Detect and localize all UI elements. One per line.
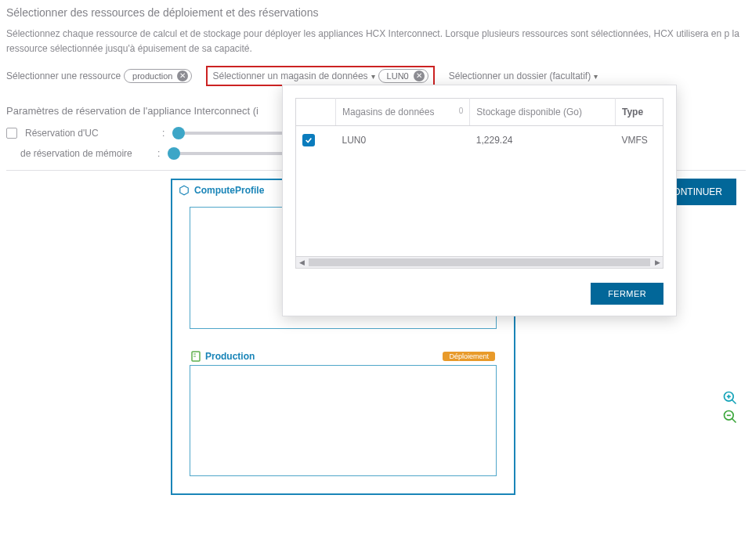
cpu-label: Réservation d'UC	[25, 128, 154, 139]
datastore-chip-label: LUN0	[387, 71, 409, 81]
folder-label: Sélectionner un dossier (facultatif)	[449, 70, 591, 81]
sort-order: 0	[459, 107, 464, 115]
resource-label: Sélectionner une ressource	[6, 70, 121, 81]
zoom-controls	[722, 390, 738, 425]
svg-line-9	[732, 419, 736, 423]
svg-marker-0	[180, 186, 189, 196]
col-name[interactable]: Magasins de données0	[336, 99, 470, 126]
col-checkbox	[296, 99, 336, 126]
scroll-thumb[interactable]	[309, 258, 650, 266]
datastore-chip[interactable]: LUN0 ✕	[378, 69, 428, 83]
resource-selector[interactable]: Sélectionner une ressource production ✕	[6, 69, 192, 83]
compute-profile-label: ComputeProfile	[194, 185, 264, 196]
selector-row: Sélectionner une ressource production ✕ …	[6, 66, 746, 86]
datastore-selector[interactable]: Sélectionner un magasin de données ▾ LUN…	[206, 66, 434, 86]
datastore-table: Magasins de données0 Stockage disponible…	[295, 98, 663, 257]
chevron-down-icon: ▾	[371, 72, 375, 81]
cell-storage: 1,229.24	[470, 126, 616, 155]
row-checkbox[interactable]	[302, 134, 315, 146]
close-button[interactable]: FERMER	[591, 283, 663, 305]
memory-slider[interactable]	[168, 152, 285, 155]
cpu-icon	[6, 128, 17, 139]
resource-chip[interactable]: production ✕	[124, 69, 192, 83]
hexagon-icon	[179, 185, 190, 196]
col-type[interactable]: Type	[615, 99, 663, 126]
close-icon[interactable]: ✕	[414, 70, 425, 81]
datastore-label: Sélectionner un magasin de données	[212, 70, 367, 81]
cell-name: LUN0	[336, 126, 470, 155]
horizontal-scrollbar[interactable]: ◀ ▶	[295, 257, 663, 269]
col-storage[interactable]: Stockage disponible (Go)	[470, 99, 616, 126]
datastore-popover: Magasins de données0 Stockage disponible…	[282, 85, 677, 316]
table-row[interactable]: LUN0 1,229.24 VMFS	[296, 126, 663, 155]
page-description: Sélectionnez chaque ressource de calcul …	[6, 27, 746, 56]
production-label: Production	[205, 351, 255, 362]
svg-line-5	[732, 400, 736, 404]
cpu-slider[interactable]	[172, 132, 290, 135]
deployment-badge: Déploiement	[443, 352, 495, 361]
zoom-out-icon[interactable]	[722, 409, 738, 425]
cell-type: VMFS	[615, 126, 663, 155]
server-icon	[191, 351, 201, 362]
memory-label: de réservation de mémoire	[20, 148, 150, 159]
scroll-right-icon[interactable]: ▶	[652, 258, 663, 266]
resource-chip-label: production	[132, 71, 172, 81]
production-box	[190, 365, 497, 476]
page-title: Sélectionner des ressources de déploieme…	[6, 6, 746, 19]
chevron-down-icon: ▾	[594, 72, 598, 81]
scroll-left-icon[interactable]: ◀	[296, 258, 307, 266]
close-icon[interactable]: ✕	[177, 70, 188, 81]
zoom-in-icon[interactable]	[722, 390, 738, 406]
folder-selector[interactable]: Sélectionner un dossier (facultatif) ▾	[449, 70, 598, 81]
